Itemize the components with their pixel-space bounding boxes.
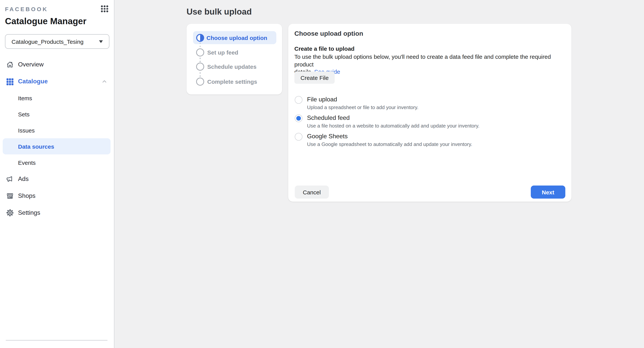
sidebar-item-label: Settings (18, 209, 40, 216)
sidebar-bottom-divider (6, 340, 108, 340)
app-root: FACEBOOK Catalogue Manager Catalogue_Pro… (0, 0, 644, 348)
sidebar-item-label: Items (18, 95, 32, 101)
sidebar-item-items[interactable]: Items (0, 90, 114, 106)
option-label: File upload (307, 96, 418, 103)
sidebar-item-label: Data sources (18, 143, 54, 150)
apps-grid-icon[interactable] (100, 5, 108, 13)
home-icon (6, 61, 14, 68)
storefront-icon (6, 192, 14, 200)
step-circle-icon (196, 63, 204, 71)
step-connector-dot (200, 58, 201, 59)
radio-file-upload[interactable] (295, 96, 302, 104)
step-label: Schedule updates (207, 63, 256, 70)
half-filled-circle-icon (196, 34, 204, 42)
sidebar-item-shops[interactable]: Shops (0, 187, 114, 204)
step-set-up-feed: Set up feed (196, 48, 238, 57)
sidebar-item-label: Overview (18, 61, 44, 68)
caret-down-icon (99, 40, 103, 43)
facebook-wordmark: FACEBOOK (5, 6, 48, 12)
step-label: Set up feed (207, 49, 238, 56)
option-scheduled-feed[interactable]: Scheduled feed Use a file hosted on a we… (295, 114, 480, 129)
sidebar-item-catalogue[interactable]: Catalogue (0, 73, 114, 90)
sidebar-item-settings[interactable]: Settings (0, 204, 114, 221)
megaphone-icon (6, 175, 14, 183)
sidebar-item-label: Shops (18, 192, 36, 199)
description-line-1: To use the bulk upload options below, yo… (294, 53, 551, 67)
sidebar-item-data-sources[interactable]: Data sources (3, 138, 110, 154)
chevron-up-icon[interactable] (101, 78, 108, 85)
step-schedule-updates: Schedule updates (196, 63, 256, 71)
sidebar-item-label: Catalogue (18, 78, 48, 85)
option-google-sheets[interactable]: Google Sheets Use a Google spreadsheet t… (295, 133, 472, 148)
sidebar-item-label: Ads (18, 176, 28, 182)
stepper-card: Choose upload option Set up feed Schedul… (186, 24, 282, 95)
sidebar-item-sets[interactable]: Sets (0, 106, 114, 122)
option-file-upload[interactable]: File upload Upload a spreadsheet or file… (295, 96, 418, 111)
sidebar: FACEBOOK Catalogue Manager Catalogue_Pro… (0, 0, 114, 348)
sidebar-item-overview[interactable]: Overview (0, 56, 114, 73)
option-label: Scheduled feed (307, 114, 480, 122)
section-title: Create a file to upload (294, 45, 354, 52)
step-complete-settings: Complete settings (196, 78, 257, 86)
sidebar-item-ads[interactable]: Ads (0, 171, 114, 187)
cancel-button[interactable]: Cancel (295, 186, 329, 199)
catalogue-selector-value: Catalogue_Products_Tesing (12, 38, 96, 45)
sidebar-item-events[interactable]: Events (0, 154, 114, 171)
option-label: Google Sheets (307, 133, 472, 140)
page-title: Use bulk upload (186, 7, 252, 17)
brand-row: FACEBOOK (5, 4, 108, 14)
step-connector-dot (200, 61, 201, 62)
panel-title: Choose upload option (294, 30, 363, 38)
sidebar-item-issues[interactable]: Issues (0, 122, 114, 138)
sidebar-item-label: Issues (18, 127, 35, 134)
app-title: Catalogue Manager (5, 16, 86, 27)
step-connector-dot (200, 72, 201, 74)
option-description: Use a Google spreadsheet to automaticall… (307, 141, 472, 148)
create-file-button[interactable]: Create File (294, 72, 335, 84)
next-button[interactable]: Next (531, 186, 565, 199)
option-description: Use a file hosted on a website to automa… (307, 123, 480, 129)
option-description: Upload a spreadsheet or file to add your… (307, 104, 418, 111)
radio-google-sheets[interactable] (295, 133, 302, 141)
radio-scheduled-feed[interactable] (295, 115, 302, 122)
step-connector-dot (200, 46, 201, 47)
step-label: Choose upload option (206, 34, 267, 41)
sidebar-item-label: Events (18, 159, 36, 166)
choose-upload-option-panel: Choose upload option Create a file to up… (288, 24, 572, 202)
step-label: Complete settings (207, 78, 257, 85)
catalogue-selector[interactable]: Catalogue_Products_Tesing (5, 34, 110, 49)
step-choose-upload-option[interactable]: Choose upload option (193, 31, 276, 44)
step-circle-icon (196, 48, 204, 57)
sidebar-nav: Overview Catalogue (0, 56, 114, 221)
step-connector-dot (200, 75, 201, 77)
step-circle-icon (196, 78, 204, 86)
sidebar-item-label: Sets (18, 111, 30, 117)
gear-icon (6, 209, 14, 217)
grid-icon (6, 78, 14, 85)
